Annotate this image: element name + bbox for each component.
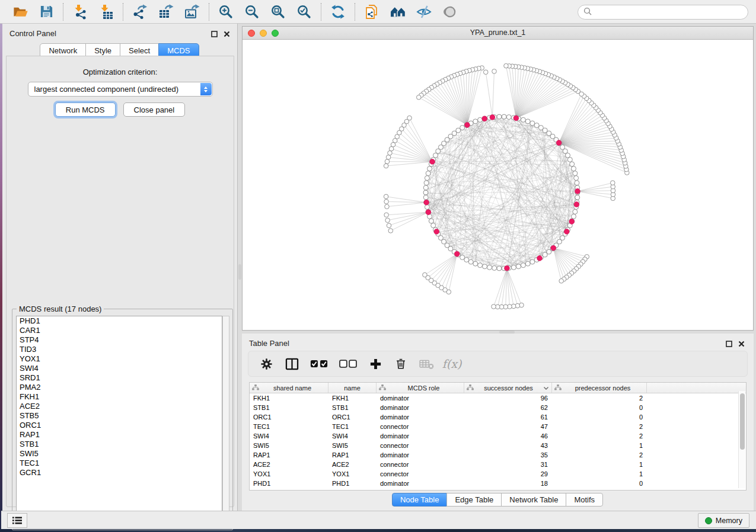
mcds-node[interactable] bbox=[574, 202, 579, 207]
table-row[interactable]: STB1STB1dominator620 bbox=[250, 403, 746, 412]
network-node[interactable] bbox=[423, 190, 428, 195]
network-node[interactable] bbox=[570, 162, 575, 166]
network-node[interactable] bbox=[423, 185, 428, 190]
network-node[interactable] bbox=[492, 265, 497, 270]
close-panel-icon[interactable] bbox=[738, 339, 745, 350]
open-session-icon[interactable] bbox=[12, 4, 28, 20]
mcds-node[interactable] bbox=[426, 210, 431, 215]
column-header-successor-nodes[interactable]: successor nodes bbox=[464, 383, 552, 393]
network-node[interactable] bbox=[473, 119, 478, 124]
table-row[interactable]: SWI5SWI5connector431 bbox=[250, 441, 746, 450]
network-node[interactable] bbox=[511, 265, 516, 270]
network-node[interactable] bbox=[478, 263, 483, 268]
network-node[interactable] bbox=[521, 263, 525, 268]
network-node[interactable] bbox=[530, 121, 535, 126]
mcds-result-item[interactable]: CAR1 bbox=[17, 326, 222, 335]
network-node[interactable] bbox=[423, 273, 428, 277]
mcds-node[interactable] bbox=[430, 159, 435, 165]
table-row[interactable]: SWI4SWI4dominator462 bbox=[250, 431, 746, 441]
delete-column-icon[interactable] bbox=[393, 356, 409, 371]
close-window-icon[interactable] bbox=[248, 30, 255, 37]
add-column-icon[interactable] bbox=[368, 356, 383, 371]
table-scrollbar-thumb[interactable] bbox=[740, 393, 745, 450]
network-node[interactable] bbox=[483, 70, 488, 75]
optimization-criterion-select[interactable]: largest connected component (undirected) bbox=[28, 82, 213, 97]
network-node[interactable] bbox=[460, 255, 465, 259]
export-table-icon[interactable] bbox=[158, 4, 174, 20]
network-node[interactable] bbox=[473, 261, 478, 266]
network-node[interactable] bbox=[384, 164, 388, 168]
toolbar-search[interactable] bbox=[578, 5, 748, 20]
network-node[interactable] bbox=[388, 150, 393, 155]
table-row[interactable]: YOX1YOX1connector291 bbox=[250, 469, 746, 479]
mcds-node[interactable] bbox=[569, 219, 575, 225]
float-panel-icon[interactable] bbox=[211, 29, 218, 40]
network-node[interactable] bbox=[504, 63, 509, 68]
network-node[interactable] bbox=[525, 119, 530, 124]
network-node[interactable] bbox=[385, 159, 390, 164]
network-node[interactable] bbox=[492, 305, 496, 309]
network-node[interactable] bbox=[575, 195, 580, 200]
mcds-result-scrollbar[interactable] bbox=[222, 316, 229, 526]
network-node[interactable] bbox=[433, 153, 438, 158]
table-row[interactable]: FKH1FKH1dominator962 bbox=[250, 393, 746, 403]
mcds-node[interactable] bbox=[482, 116, 487, 121]
network-node[interactable] bbox=[573, 171, 578, 176]
mcds-result-item[interactable]: SRD1 bbox=[17, 373, 222, 383]
network-node[interactable] bbox=[502, 114, 506, 119]
mcds-result-item[interactable]: FKH1 bbox=[17, 392, 222, 402]
memory-button[interactable]: Memory bbox=[698, 513, 749, 528]
network-node[interactable] bbox=[425, 176, 429, 181]
export-image-icon[interactable] bbox=[184, 4, 200, 20]
close-panel-icon[interactable] bbox=[224, 29, 230, 40]
tab-network-table[interactable]: Network Table bbox=[501, 493, 566, 507]
network-node[interactable] bbox=[389, 146, 394, 151]
mcds-result-item[interactable]: STP4 bbox=[17, 335, 222, 345]
deselect-all-icon[interactable] bbox=[339, 356, 358, 371]
network-node[interactable] bbox=[388, 229, 393, 233]
eye-icon[interactable] bbox=[442, 4, 458, 20]
mcds-result-item[interactable]: STB1 bbox=[17, 440, 222, 449]
zoom-out-icon[interactable] bbox=[244, 4, 260, 20]
export-network-icon[interactable] bbox=[132, 4, 148, 20]
network-node[interactable] bbox=[387, 223, 391, 228]
network-node[interactable] bbox=[506, 115, 511, 120]
network-node[interactable] bbox=[384, 194, 388, 199]
import-table-icon[interactable] bbox=[98, 4, 114, 20]
network-node[interactable] bbox=[384, 199, 389, 204]
table-row[interactable]: ORC1ORC1dominator610 bbox=[250, 412, 746, 422]
network-node[interactable] bbox=[610, 181, 615, 185]
network-node[interactable] bbox=[428, 166, 432, 171]
minimize-window-icon[interactable] bbox=[260, 30, 267, 37]
mcds-result-item[interactable]: SWI4 bbox=[17, 364, 222, 373]
close-panel-button[interactable]: Close panel bbox=[123, 102, 186, 117]
mcds-result-item[interactable]: GCR1 bbox=[17, 468, 222, 477]
float-panel-icon[interactable] bbox=[726, 339, 732, 350]
import-network-icon[interactable] bbox=[72, 4, 88, 20]
mcds-node[interactable] bbox=[513, 116, 519, 121]
network-node[interactable] bbox=[483, 264, 487, 269]
network-node[interactable] bbox=[497, 114, 502, 119]
network-node[interactable] bbox=[431, 223, 436, 228]
run-mcds-button[interactable]: Run MCDS bbox=[55, 102, 116, 117]
table-row[interactable]: TEC1TEC1connector472 bbox=[250, 422, 746, 431]
save-session-icon[interactable] bbox=[38, 4, 55, 20]
mcds-node[interactable] bbox=[454, 251, 460, 257]
tab-edge-table[interactable]: Edge Table bbox=[446, 493, 502, 507]
table-row[interactable]: PHD1PHD1dominator180 bbox=[250, 479, 746, 488]
network-node[interactable] bbox=[530, 259, 535, 264]
mcds-result-item[interactable]: ACE2 bbox=[17, 402, 222, 411]
network-node[interactable] bbox=[416, 95, 421, 100]
network-node[interactable] bbox=[423, 195, 428, 200]
column-header-MCDS-role[interactable]: MCDS role bbox=[377, 383, 464, 393]
tasks-list-button[interactable] bbox=[7, 513, 27, 528]
network-node[interactable] bbox=[424, 181, 429, 185]
network-node[interactable] bbox=[425, 204, 429, 209]
show-column-icon[interactable] bbox=[284, 356, 299, 371]
zoom-selected-icon[interactable] bbox=[296, 4, 312, 20]
mcds-node[interactable] bbox=[551, 245, 556, 251]
mcds-node[interactable] bbox=[564, 229, 569, 235]
table-scrollbar-track[interactable] bbox=[738, 391, 745, 488]
network-node[interactable] bbox=[525, 261, 530, 266]
network-node[interactable] bbox=[516, 264, 521, 269]
